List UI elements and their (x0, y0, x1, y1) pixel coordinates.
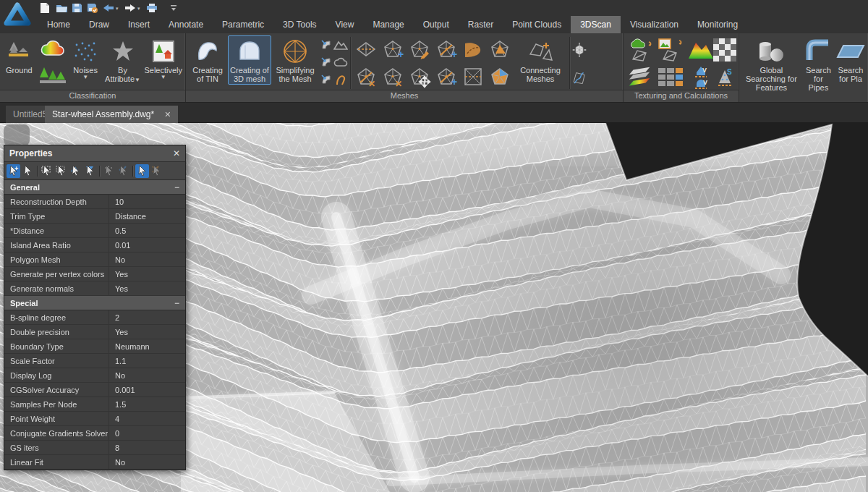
undo-dropdown-icon[interactable]: ▾ (116, 6, 122, 12)
property-row[interactable]: Polygon MeshNo (4, 253, 185, 267)
mesh-edit-vertex-icon[interactable] (408, 38, 433, 62)
redo-dropdown-icon[interactable]: ▾ (137, 6, 143, 12)
calculation-table-icon[interactable] (657, 65, 684, 90)
ribbon-tab-insert[interactable]: Insert (119, 16, 159, 33)
property-value[interactable]: No (109, 253, 185, 266)
property-row[interactable]: Boundary TypeNeumann (4, 339, 185, 354)
mesh-paint-faces-icon[interactable] (488, 65, 513, 90)
cloud-small-icon[interactable] (333, 54, 348, 70)
mountain-icon[interactable] (333, 37, 348, 53)
classify-selectively-button[interactable]: Selectively ▼ (142, 35, 184, 82)
simplifying-the-mesh-button[interactable]: Simplifying the Mesh (271, 35, 319, 85)
save-icon[interactable] (69, 1, 84, 14)
view-navigation-control[interactable] (4, 124, 30, 146)
property-value[interactable]: 10 (109, 195, 185, 208)
open-file-icon[interactable] (54, 1, 69, 14)
property-value[interactable]: Neumann (109, 339, 185, 353)
drawing-viewport[interactable]: Properties ✕ + General−Reconstruction De… (0, 123, 868, 492)
property-value[interactable]: Yes (109, 267, 185, 281)
checker-texture-icon[interactable] (711, 38, 739, 62)
section-header-special[interactable]: Special− (4, 296, 185, 310)
property-value[interactable]: 1.1 (109, 354, 185, 368)
points-to-mesh-icon[interactable] (319, 72, 333, 88)
by-attribute-dropdown-icon[interactable]: ▼ (135, 77, 140, 83)
select-polygon-icon[interactable] (69, 164, 82, 178)
property-row[interactable]: CGSolver Accuracy0.001 (4, 383, 185, 397)
property-value[interactable]: Yes (109, 281, 185, 295)
select-crossing-icon[interactable] (54, 164, 68, 178)
property-row[interactable]: GS iters8 (4, 441, 185, 455)
property-value[interactable]: Distance (109, 209, 185, 223)
ribbon-tab-manage[interactable]: Manage (363, 16, 413, 33)
property-value[interactable]: 1.5 (109, 397, 185, 411)
new-file-icon[interactable] (38, 1, 52, 14)
mesh-section-plane-icon[interactable] (461, 65, 486, 90)
mesh-move-vertex-icon[interactable] (408, 65, 433, 90)
search-for-pipes-button[interactable]: Search for Pipes (802, 35, 835, 93)
property-row[interactable]: Generate per vertex colorsYes (4, 267, 185, 281)
property-value[interactable]: 0 (109, 426, 185, 440)
save-all-icon[interactable] (85, 1, 100, 14)
print-icon[interactable] (145, 1, 159, 14)
ribbon-tab-draw[interactable]: Draw (80, 16, 119, 33)
ribbon-tab-monitoring[interactable]: Monitoring (688, 16, 747, 33)
mesh-orient-cube-icon[interactable] (572, 37, 587, 63)
ribbon-tab-visualization[interactable]: Visualization (621, 16, 688, 33)
property-row[interactable]: *Distance0.5 (4, 224, 185, 238)
undo-icon[interactable] (101, 1, 116, 14)
select-window-icon[interactable] (40, 164, 54, 178)
select-append-cursor-icon[interactable]: + (7, 164, 20, 178)
mesh-split-edge-icon[interactable]: + (435, 65, 459, 90)
property-row[interactable]: Trim TypeDistance (4, 209, 185, 224)
classify-by-attribute-button[interactable]: By Attribute▼ (103, 35, 143, 85)
connecting-meshes-button[interactable]: Connecting Meshes (514, 35, 567, 85)
mesh-delete-edge-icon[interactable]: ✕ (354, 65, 379, 90)
section-s-icon[interactable]: S (711, 65, 739, 90)
property-value[interactable]: 8 (109, 441, 185, 454)
ribbon-tab-output[interactable]: Output (414, 16, 459, 33)
rainbow-cloud-icon[interactable] (37, 37, 69, 63)
apply-selection-icon[interactable] (116, 164, 130, 178)
redo-icon[interactable] (123, 1, 137, 14)
property-value[interactable]: 0.5 (109, 224, 185, 237)
property-row[interactable]: Reconstruction Depth10 (4, 195, 185, 209)
property-value[interactable]: 4 (109, 412, 185, 425)
property-row[interactable]: Samples Per Node1.5 (4, 397, 185, 412)
search-for-planes-button[interactable]: Search for Pla (835, 35, 867, 85)
ribbon-tab-annotate[interactable]: Annotate (159, 16, 213, 33)
document-tab-close-icon[interactable]: ✕ (164, 110, 171, 119)
property-row[interactable]: Linear FitNo (4, 455, 185, 470)
ribbon-tab-3dscan[interactable]: 3DScan (571, 16, 621, 33)
property-value[interactable]: 0.01 (109, 238, 185, 252)
select-cursor-icon[interactable] (21, 164, 35, 178)
close-icon[interactable]: ✕ (173, 148, 180, 158)
ribbon-tab-raster[interactable]: Raster (459, 16, 503, 33)
ribbon-tab-parametric[interactable]: Parametric (213, 16, 273, 33)
global-search-features-button[interactable]: Global Searcching for Features (741, 35, 802, 93)
property-value[interactable]: Yes (109, 325, 185, 339)
mesh-add-vertex-icon[interactable]: + (381, 38, 406, 62)
properties-panel-header[interactable]: Properties ✕ (4, 145, 185, 162)
curve-on-mesh-icon[interactable] (572, 64, 587, 90)
property-row[interactable]: B-spline degree2 (4, 310, 185, 325)
property-value[interactable]: 2 (109, 310, 185, 324)
ribbon-tab-view[interactable]: View (326, 16, 364, 33)
document-tab-2[interactable]: Star-wheel Assembly.dwg*✕ (45, 106, 178, 123)
surface-to-mesh-icon[interactable] (319, 37, 333, 53)
property-row[interactable]: Double precisionYes (4, 325, 185, 339)
classify-noises-button[interactable]: Noises ▼ (69, 35, 103, 82)
ribbon-tab-home[interactable]: Home (38, 16, 80, 33)
mesh-flip-edges-icon[interactable] (354, 38, 379, 62)
selection-filter-icon[interactable] (83, 164, 97, 178)
select-points-icon[interactable] (102, 164, 116, 178)
pick-object-icon[interactable] (135, 164, 149, 178)
mesh-trim-boundary-icon[interactable] (461, 38, 486, 62)
ribbon-tab-point-clouds[interactable]: Point Clouds (503, 16, 571, 33)
compare-surfaces-icon[interactable] (626, 65, 654, 90)
texture-from-image-icon[interactable] (657, 38, 684, 62)
property-row[interactable]: Scale Factor1.1 (4, 354, 185, 368)
property-row[interactable]: Island Area Ratio0.01 (4, 238, 185, 253)
cancel-selection-icon[interactable] (150, 164, 163, 178)
property-row[interactable]: Point Weight4 (4, 412, 185, 426)
customize-toolbar-icon[interactable] (166, 1, 181, 14)
